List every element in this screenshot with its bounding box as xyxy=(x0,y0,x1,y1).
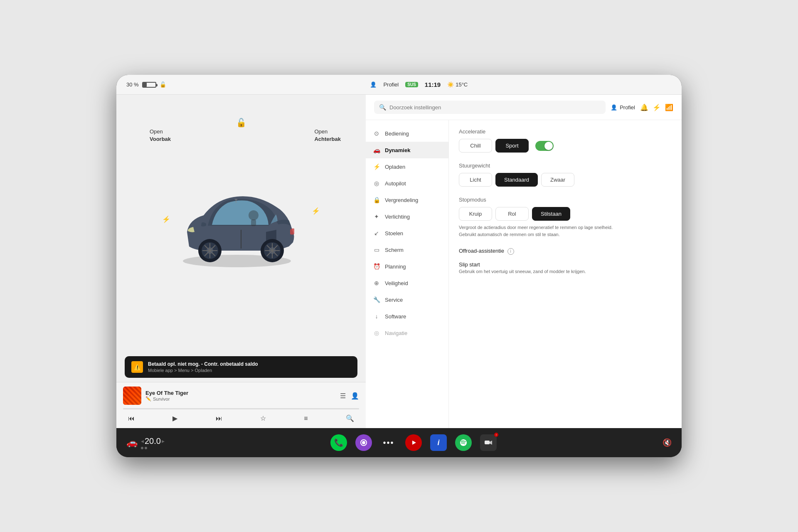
dashcam-icon[interactable]: ! xyxy=(480,434,497,451)
chill-button[interactable]: Chill xyxy=(459,139,492,153)
zwaar-button[interactable]: Zwaar xyxy=(541,173,574,187)
open-achterbak-label[interactable]: Open Achterbak xyxy=(314,128,341,143)
nav-item-scherm[interactable]: ▭ Scherm xyxy=(366,241,448,258)
taskbar-left: 🚗 ◂ 20.0 ▸ xyxy=(126,436,165,449)
battery-percent: 30 % xyxy=(126,81,139,88)
time-display: 11:19 xyxy=(425,81,441,88)
licht-button[interactable]: Licht xyxy=(459,173,492,187)
prev-button[interactable]: ⏮ xyxy=(126,413,136,424)
open-voorbak-label[interactable]: Open Voorbak xyxy=(150,128,171,143)
autopilot-icon: ◎ xyxy=(372,179,381,187)
tesla-screen: 30 % 🔓 👤 Profiel SUS 11:19 ☀️ 15°C xyxy=(116,75,682,457)
offroad-info-icon[interactable]: i xyxy=(507,248,514,255)
settings-nav: ⊙ Bediening 🚗 Dynamiek ⚡ Opladen ◎ Autop… xyxy=(366,120,449,428)
phone-icon[interactable]: 📞 xyxy=(330,434,347,451)
scherm-icon: ▭ xyxy=(372,246,381,254)
profile-person-icon: 👤 xyxy=(611,104,617,111)
stopmodus-description: Vergroot de actieradius door meer regene… xyxy=(459,224,625,238)
nav-item-autopilot[interactable]: ◎ Autopilot xyxy=(366,175,448,192)
bell-icon[interactable]: 🔔 xyxy=(640,103,648,111)
nav-label-bediening: Bediening xyxy=(385,131,409,137)
nav-item-service[interactable]: 🔧 Service xyxy=(366,291,448,308)
sus-badge: SUS xyxy=(405,82,418,87)
settings-body: ⊙ Bediening 🚗 Dynamiek ⚡ Opladen ◎ Autop… xyxy=(366,120,682,428)
record-icon[interactable] xyxy=(405,434,422,451)
favorite-button[interactable]: ☆ xyxy=(259,413,268,424)
nav-item-dynamiek[interactable]: 🚗 Dynamiek xyxy=(366,142,448,158)
svg-point-17 xyxy=(249,210,259,220)
equalizer-button[interactable]: ≡ xyxy=(302,413,309,424)
nav-label-scherm: Scherm xyxy=(385,247,404,253)
sport-button[interactable]: Sport xyxy=(495,139,529,153)
header-profile-label[interactable]: Profiel xyxy=(620,104,635,111)
acceleratie-title: Acceleratie xyxy=(459,128,672,135)
temperature: 15°C xyxy=(456,81,468,88)
status-bar: 30 % 🔓 👤 Profiel SUS 11:19 ☀️ 15°C xyxy=(116,75,682,95)
volume-icon[interactable]: 🔇 xyxy=(663,438,672,447)
nav-label-autopilot: Autopilot xyxy=(385,180,406,187)
spotify-icon[interactable] xyxy=(455,434,472,451)
stopmodus-section: Stopmodus Kruip Rol Stilstaan Vergroot d… xyxy=(459,197,672,238)
nav-item-planning[interactable]: ⏰ Planning xyxy=(366,258,448,275)
slip-start-description: Gebruik om het voertuig uit sneeuw, zand… xyxy=(459,268,672,275)
rol-button[interactable]: Rol xyxy=(495,207,529,221)
more-icon[interactable]: ••• xyxy=(380,434,397,451)
nav-label-verlichting: Verlichting xyxy=(385,214,410,220)
nav-label-service: Service xyxy=(385,297,403,303)
voorbak-text: Open xyxy=(150,128,171,135)
info-icon[interactable]: i xyxy=(430,434,447,451)
bluetooth-icon[interactable]: ⚡ xyxy=(653,103,661,111)
lock-icon: 🔓 xyxy=(160,81,166,88)
right-panel: 🔍 👤 Profiel 🔔 ⚡ 📶 ⊙ xyxy=(366,95,682,428)
search-input[interactable] xyxy=(389,104,601,111)
play-button[interactable]: ▶ xyxy=(171,413,179,424)
svg-marker-23 xyxy=(490,441,492,445)
next-button[interactable]: ⏭ xyxy=(214,413,224,424)
music-progress-bar[interactable] xyxy=(123,408,359,409)
album-art-image xyxy=(123,387,141,405)
nav-item-software[interactable]: ↓ Software xyxy=(366,308,448,325)
nav-item-bediening[interactable]: ⊙ Bediening xyxy=(366,125,448,142)
speed-value: 20.0 xyxy=(145,436,161,446)
nav-item-verlichting[interactable]: ✦ Verlichting xyxy=(366,208,448,225)
stilstaan-button[interactable]: Stilstaan xyxy=(532,207,570,221)
music-title: Eye Of The Tiger xyxy=(145,390,188,396)
speed-dot-2 xyxy=(145,447,147,449)
warning-title: Betaald opl. niet mog. - Contr. onbetaal… xyxy=(148,361,258,367)
nav-item-vergrendeling[interactable]: 🔒 Vergrendeling xyxy=(366,192,448,208)
bolt-left-icon: ⚡ xyxy=(162,215,170,223)
nav-item-opladen[interactable]: ⚡ Opladen xyxy=(366,158,448,175)
nav-label-software: Software xyxy=(385,313,406,320)
music-artist: ✏️ Survivor xyxy=(145,396,188,401)
search-box[interactable]: 🔍 xyxy=(374,101,606,114)
search-music-button[interactable]: 🔍 xyxy=(344,413,356,424)
voice-icon[interactable]: 👤 xyxy=(351,392,359,400)
bediening-icon: ⊙ xyxy=(372,129,381,138)
signal-icon[interactable]: 📶 xyxy=(665,103,673,111)
car-lock-icon[interactable]: 🔓 xyxy=(236,118,246,128)
weather-display: ☀️ 15°C xyxy=(447,81,468,88)
car-icon[interactable]: 🚗 xyxy=(126,437,138,448)
acceleratie-section: Acceleratie Chill Sport xyxy=(459,128,672,153)
kruip-button[interactable]: Kruip xyxy=(459,207,492,221)
car-svg: T xyxy=(166,165,308,273)
nav-item-veiligheid[interactable]: ⊕ Veiligheid xyxy=(366,275,448,291)
stoelen-icon: ↙ xyxy=(372,229,381,237)
person-icon: 👤 xyxy=(370,81,377,88)
verlichting-icon: ✦ xyxy=(372,212,381,221)
nav-item-stoelen[interactable]: ↙ Stoelen xyxy=(366,225,448,241)
profile-label[interactable]: Profiel xyxy=(383,81,399,88)
battery-fill xyxy=(143,83,147,87)
music-player: Eye Of The Tiger ✏️ Survivor ☰ 👤 xyxy=(116,382,366,428)
lyrics-icon[interactable]: ☰ xyxy=(340,392,346,400)
weather-icon: ☀️ xyxy=(447,81,454,88)
stuurgewicht-section: Stuurgewicht Licht Standaard Zwaar xyxy=(459,163,672,187)
standaard-button[interactable]: Standaard xyxy=(495,173,538,187)
acceleratie-toggle[interactable] xyxy=(535,141,554,151)
status-left: 30 % 🔓 xyxy=(126,81,166,88)
veiligheid-icon: ⊕ xyxy=(372,279,381,287)
warning-content: Betaald opl. niet mog. - Contr. onbetaal… xyxy=(148,361,258,373)
nav-item-navigatie[interactable]: ◎ Navigatie xyxy=(366,325,448,341)
settings-header: 🔍 👤 Profiel 🔔 ⚡ 📶 xyxy=(366,95,682,120)
camera-icon[interactable] xyxy=(355,434,372,451)
